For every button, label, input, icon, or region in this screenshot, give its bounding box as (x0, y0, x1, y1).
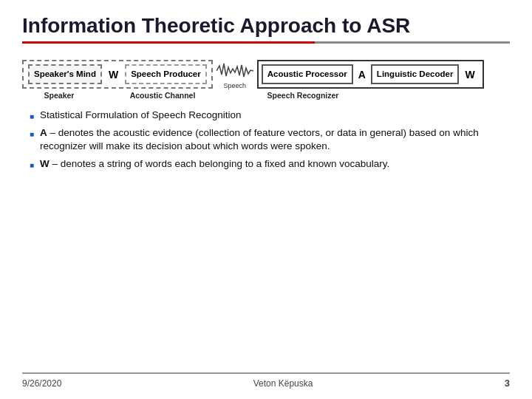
acoustic-processor-label: Acoustic Processor (267, 69, 347, 78)
footer-presenter: Veton Këpuska (253, 378, 313, 389)
diagram-container: Speaker's Mind W Speech Producer Speech (22, 55, 510, 100)
footer: 9/26/2020 Veton Këpuska 3 (22, 372, 510, 389)
acoustic-processor-box: Acoustic Processor (262, 64, 353, 85)
speakers-mind-box: Speaker's Mind (28, 64, 102, 85)
footer-page: 3 (505, 378, 510, 389)
linguistic-decoder-label: Linguistic Decoder (377, 69, 454, 78)
diagram-labels: Speaker Acoustic Channel Speech Recogniz… (22, 91, 377, 100)
bullet-2-text: A – denotes the acoustic evidence (colle… (40, 126, 510, 153)
label-speaker: Speaker (22, 91, 96, 100)
title-area: Information Theoretic Approach to ASR (22, 13, 510, 51)
bullet-1-text: Statistical Formulation of Speech Recogn… (40, 109, 510, 122)
speech-wave-label: Speech (223, 82, 246, 89)
speech-producer-box: Speech Producer (125, 64, 207, 85)
diagram-row: Speaker's Mind W Speech Producer Speech (22, 60, 484, 89)
slide-title: Information Theoretic Approach to ASR (22, 13, 510, 38)
speech-recognizer-group: Acoustic Processor A Linguistic Decoder … (257, 60, 484, 89)
speakers-mind-label: Speaker's Mind (34, 69, 96, 78)
speech-waveform-icon (216, 60, 253, 82)
bullet-2: ■ A – denotes the acoustic evidence (col… (30, 126, 510, 153)
a-label: A (355, 69, 369, 81)
bullet-2-bold: A (40, 127, 47, 138)
speaker-group: Speaker's Mind W Speech Producer (22, 60, 213, 89)
linguistic-decoder-box: Linguistic Decoder (371, 64, 460, 85)
bullet-2-rest: – denotes the acoustic evidence (collect… (40, 127, 479, 151)
bullet-3-rest: – denotes a string of words each belongi… (50, 158, 390, 169)
footer-date: 9/26/2020 (22, 378, 61, 389)
bullet-dot-2: ■ (30, 129, 34, 140)
title-underline (22, 41, 510, 44)
bullet-dot-3: ■ (30, 160, 34, 171)
w-left-label: W (104, 69, 123, 81)
slide: Information Theoretic Approach to ASR Sp… (0, 0, 532, 399)
label-acoustic-channel: Acoustic Channel (96, 91, 229, 100)
bullet-3-bold: W (40, 158, 50, 169)
bullet-1: ■ Statistical Formulation of Speech Reco… (30, 109, 510, 122)
acoustic-channel-wave: Speech (214, 60, 256, 89)
w-right-label: W (460, 69, 479, 81)
label-speech-recognizer: Speech Recognizer (229, 91, 377, 100)
bullet-3-text: W – denotes a string of words each belon… (40, 157, 510, 171)
bullet-dot-1: ■ (30, 112, 34, 122)
speech-producer-label: Speech Producer (131, 69, 201, 78)
bullet-3: ■ W – denotes a string of words each bel… (30, 157, 510, 171)
bullets-section: ■ Statistical Formulation of Speech Reco… (22, 109, 510, 372)
